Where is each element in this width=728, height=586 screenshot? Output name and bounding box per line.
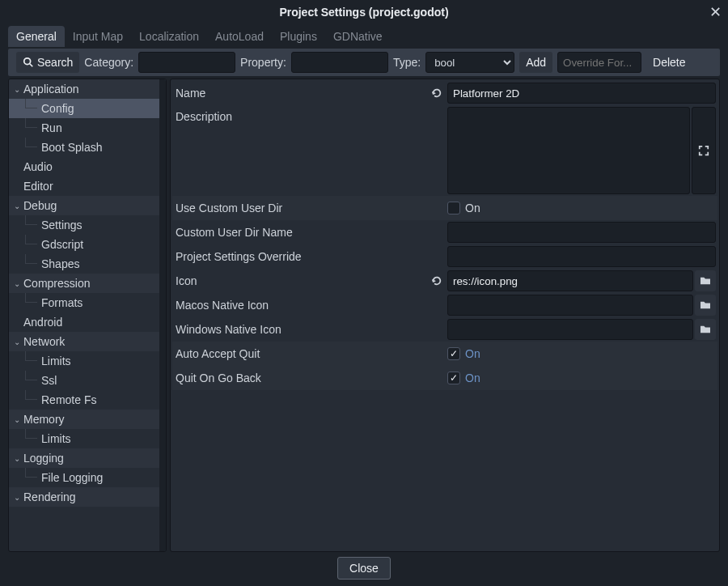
icon-input[interactable] [447,270,693,291]
window-title: Project Settings (project.godot) [279,6,448,19]
windows-icon-input[interactable] [447,319,693,340]
main-area: ⌄ Application Config Run Boot Splash Aud… [8,79,720,552]
category-label: Category: [84,56,133,69]
type-label: Type: [393,56,421,69]
name-input[interactable] [447,83,716,104]
tree-run[interactable]: Run [9,118,166,138]
chevron-down-icon: ⌄ [14,454,22,463]
svg-line-1 [30,64,33,67]
delete-button[interactable]: Delete [646,52,692,73]
tab-localization[interactable]: Localization [131,26,207,47]
revert-icon[interactable] [428,269,446,293]
chevron-down-icon: ⌄ [14,493,22,502]
property-label: Property: [240,56,286,69]
tab-general[interactable]: General [8,26,65,47]
use-custom-user-dir-checkbox[interactable] [447,202,460,214]
chevron-down-icon: ⌄ [14,338,22,346]
chevron-down-icon: ⌄ [14,202,22,210]
prop-icon: Icon [172,269,717,293]
prop-custom-user-dir-name: Custom User Dir Name [172,220,717,244]
tree-memory-limits[interactable]: Limits [9,429,166,448]
project-settings-override-input[interactable] [447,246,716,267]
tree-logging[interactable]: ⌄ Logging [9,448,166,468]
folder-icon [700,276,711,286]
footer: Close [0,552,728,584]
browse-button[interactable] [695,319,716,340]
folder-icon [700,325,711,334]
tree-file-logging[interactable]: File Logging [9,468,166,487]
tab-gdnative[interactable]: GDNative [325,26,391,47]
quit-on-go-back-checkbox[interactable] [447,372,460,384]
tree-android[interactable]: Android [9,312,166,332]
expand-button[interactable] [692,107,716,194]
revert-icon[interactable] [428,81,446,105]
property-input[interactable] [291,52,388,73]
tree-debug[interactable]: ⌄ Debug [9,196,166,215]
tree-audio[interactable]: Audio [9,157,166,176]
tree-gdscript[interactable]: Gdscript [9,235,166,254]
tab-plugins[interactable]: Plugins [272,26,325,47]
prop-auto-accept-quit: Auto Accept Quit On [172,342,717,366]
tree-limits[interactable]: Limits [9,351,166,371]
toolbar: Search Category: Property: Type: bool Ad… [8,49,720,76]
prop-name: Name [172,81,717,105]
tabs: General Input Map Localization AutoLoad … [0,24,728,49]
browse-button[interactable] [695,295,716,316]
tree-compression[interactable]: ⌄ Compression [9,274,166,293]
prop-windows-icon: Windows Native Icon [172,317,717,342]
category-input[interactable] [138,52,235,73]
search-label: Search [37,56,73,69]
prop-quit-on-go-back: Quit On Go Back On [172,366,717,390]
tree-ssl[interactable]: Ssl [9,371,166,390]
chevron-down-icon: ⌄ [14,415,22,424]
svg-point-0 [24,58,31,65]
tree-editor[interactable]: Editor [9,176,166,196]
expand-icon [698,145,709,156]
tree-shapes[interactable]: Shapes [9,254,166,274]
auto-accept-quit-checkbox[interactable] [447,347,460,360]
chevron-down-icon: ⌄ [14,279,22,288]
tree-settings[interactable]: Settings [9,215,166,235]
description-textarea[interactable] [447,107,690,194]
tab-autoload[interactable]: AutoLoad [207,26,272,47]
type-select[interactable]: bool [425,52,514,73]
prop-description: Description [172,105,717,196]
tree-memory[interactable]: ⌄ Memory [9,410,166,429]
search-button[interactable]: Search [16,52,79,73]
folder-icon [700,300,711,310]
tree-boot-splash[interactable]: Boot Splash [9,138,166,157]
tab-input-map[interactable]: Input Map [65,26,131,47]
tree-network[interactable]: ⌄ Network [9,332,166,351]
tree-application[interactable]: ⌄ Application [9,79,166,99]
titlebar: Project Settings (project.godot) ✕ [0,0,728,24]
chevron-down-icon: ⌄ [14,85,22,94]
properties-panel: Name Description [170,79,720,552]
tree-config[interactable]: Config [9,99,166,118]
prop-use-custom-user-dir: Use Custom User Dir On [172,196,717,220]
tree-rendering[interactable]: ⌄ Rendering [9,487,166,507]
close-button[interactable]: Close [337,557,391,580]
custom-user-dir-name-input[interactable] [447,222,716,243]
category-tree: ⌄ Application Config Run Boot Splash Aud… [8,79,167,552]
search-icon [23,57,34,68]
prop-macos-icon: Macos Native Icon [172,293,717,317]
scrollbar[interactable] [159,79,166,551]
prop-project-settings-override: Project Settings Override [172,244,717,269]
browse-button[interactable] [695,270,716,291]
macos-icon-input[interactable] [447,295,693,316]
tree-formats[interactable]: Formats [9,293,166,312]
close-icon[interactable]: ✕ [709,3,722,21]
add-button[interactable]: Add [519,52,552,73]
tree-remote-fs[interactable]: Remote Fs [9,390,166,410]
override-input[interactable] [557,52,641,73]
